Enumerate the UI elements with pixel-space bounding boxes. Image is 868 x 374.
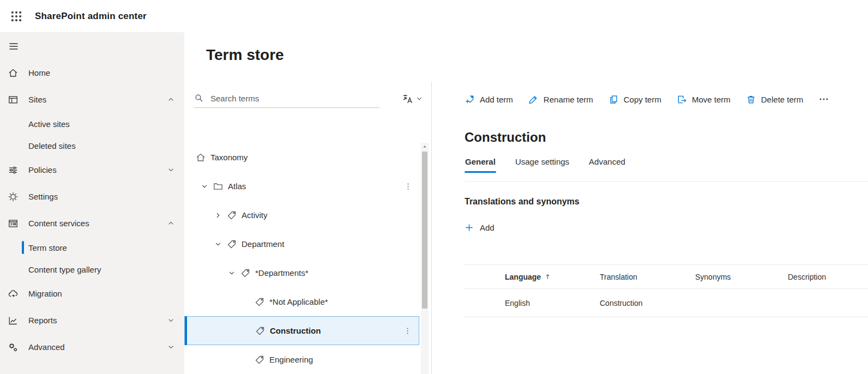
tree-item-not-applicable[interactable]: *Not Applicable* bbox=[184, 287, 419, 316]
search-row bbox=[194, 88, 423, 109]
scrollbar-thumb[interactable] bbox=[422, 152, 427, 309]
sidebar-item-home[interactable]: Home bbox=[0, 59, 184, 86]
sidebar-item-content-type-gallery[interactable]: Content type gallery bbox=[0, 258, 184, 280]
sidebar-item-label: Sites bbox=[28, 95, 46, 104]
sidebar-item-content-services[interactable]: Content services bbox=[0, 210, 184, 237]
sidebar-item-label: Active sites bbox=[28, 119, 70, 129]
more-commands-button[interactable] bbox=[818, 94, 829, 105]
copy-term-button[interactable]: Copy term bbox=[608, 94, 661, 105]
sidebar-item-reports[interactable]: Reports bbox=[0, 307, 184, 334]
chevron-down-icon[interactable] bbox=[214, 240, 226, 249]
app-title: SharePoint admin center bbox=[35, 11, 147, 22]
chevron-down-icon[interactable] bbox=[167, 166, 174, 173]
sidebar-item-term-store[interactable]: Term store bbox=[0, 237, 184, 258]
delete-term-button[interactable]: Delete term bbox=[746, 94, 804, 105]
chevron-down-icon[interactable] bbox=[167, 343, 174, 351]
sidebar-item-label: Deleted sites bbox=[28, 141, 76, 150]
tree-item-departments[interactable]: *Departments* bbox=[184, 258, 419, 287]
tree-item-engineering[interactable]: Engineering bbox=[184, 345, 419, 374]
page-title: Term store bbox=[184, 32, 868, 82]
tree-item-label: Activity bbox=[242, 210, 268, 220]
sidebar-item-active-sites[interactable]: Active sites bbox=[0, 113, 184, 135]
column-header-language[interactable]: Language bbox=[505, 273, 600, 281]
tab-general[interactable]: General bbox=[465, 154, 496, 173]
term-tree-pane: Taxonomy Atlas bbox=[184, 82, 432, 374]
main-content: Term store bbox=[184, 32, 868, 374]
chevron-up-icon[interactable] bbox=[167, 96, 174, 103]
column-header-description[interactable]: Description bbox=[788, 273, 868, 281]
move-icon bbox=[677, 94, 687, 105]
tree-item-label: Department bbox=[242, 239, 284, 249]
tree-item-activity[interactable]: Activity bbox=[184, 201, 419, 230]
column-header-synonyms[interactable]: Synonyms bbox=[695, 273, 788, 281]
tabs-divider bbox=[465, 181, 868, 182]
sidebar-item-migration[interactable]: Migration bbox=[0, 280, 184, 307]
tree-item-label: Atlas bbox=[228, 182, 246, 191]
chevron-down-icon[interactable] bbox=[201, 182, 213, 191]
language-selector-button[interactable] bbox=[402, 93, 423, 105]
home-icon bbox=[8, 68, 19, 79]
tree-item-department[interactable]: Department bbox=[184, 230, 419, 258]
tree-item-label: Taxonomy bbox=[210, 153, 248, 162]
migration-cloud-icon bbox=[8, 288, 19, 299]
add-term-button[interactable]: Add term bbox=[465, 94, 513, 105]
delete-trash-icon bbox=[746, 94, 756, 105]
sidebar-item-settings[interactable]: Settings bbox=[0, 183, 184, 210]
tag-icon bbox=[226, 239, 237, 250]
settings-gear-icon bbox=[8, 191, 19, 202]
tree-item-construction[interactable]: Construction bbox=[184, 316, 419, 345]
sidebar-item-label: Reports bbox=[28, 316, 57, 325]
sidebar-item-label: Home bbox=[28, 68, 50, 77]
column-header-translation[interactable]: Translation bbox=[600, 273, 695, 281]
more-options-icon[interactable] bbox=[404, 182, 413, 191]
tree-item-label: *Departments* bbox=[255, 268, 309, 278]
add-term-icon bbox=[465, 94, 475, 105]
plus-icon bbox=[465, 223, 474, 232]
cell-translation: Construction bbox=[600, 299, 695, 307]
sidebar-item-sites[interactable]: Sites bbox=[0, 86, 184, 113]
chevron-down-icon bbox=[416, 95, 423, 102]
chevron-down-icon[interactable] bbox=[228, 269, 240, 278]
tree-item-label: Engineering bbox=[269, 355, 313, 364]
chevron-down-icon[interactable] bbox=[167, 317, 174, 324]
tree-item-taxonomy[interactable]: Taxonomy bbox=[184, 143, 419, 172]
hamburger-icon[interactable] bbox=[0, 32, 25, 59]
chevron-right-icon[interactable] bbox=[214, 211, 226, 220]
chevron-up-icon[interactable] bbox=[167, 220, 174, 227]
sidebar-item-label: Content services bbox=[28, 219, 89, 228]
rename-term-button[interactable]: Rename term bbox=[528, 94, 593, 105]
advanced-gears-icon bbox=[8, 342, 19, 353]
term-detail-pane: Add term Rename term Copy term bbox=[432, 82, 868, 374]
sidebar-item-deleted-sites[interactable]: Deleted sites bbox=[0, 135, 184, 156]
tag-icon bbox=[255, 325, 266, 336]
toolbar-button-label: Copy term bbox=[624, 95, 661, 104]
term-tree: Taxonomy Atlas bbox=[184, 143, 419, 374]
search-terms-input[interactable] bbox=[209, 93, 379, 104]
move-term-button[interactable]: Move term bbox=[677, 94, 731, 105]
tag-icon bbox=[226, 210, 237, 221]
sites-icon bbox=[8, 94, 19, 105]
term-tabs: General Usage settings Advanced bbox=[465, 154, 868, 173]
tab-advanced[interactable]: Advanced bbox=[588, 154, 626, 173]
tree-scrollbar[interactable] bbox=[421, 143, 429, 374]
column-header-label: Language bbox=[505, 273, 541, 281]
table-row[interactable]: English Construction bbox=[465, 289, 868, 317]
sidebar-item-label: Term store bbox=[28, 243, 67, 252]
waffle-icon[interactable] bbox=[7, 7, 26, 26]
search-icon bbox=[194, 93, 204, 103]
more-icon bbox=[818, 94, 829, 105]
toolbar-button-label: Delete term bbox=[761, 95, 804, 104]
tag-icon bbox=[240, 268, 251, 279]
more-options-icon[interactable] bbox=[403, 326, 412, 336]
toolbar-button-label: Add term bbox=[480, 95, 513, 104]
scroll-up-icon[interactable] bbox=[421, 143, 429, 150]
sidebar-item-policies[interactable]: Policies bbox=[0, 156, 184, 183]
search-box[interactable] bbox=[194, 90, 379, 108]
command-bar: Add term Rename term Copy term bbox=[465, 89, 855, 109]
sidebar-item-advanced[interactable]: Advanced bbox=[0, 334, 184, 360]
add-translation-button[interactable]: Add bbox=[465, 223, 495, 232]
tab-usage-settings[interactable]: Usage settings bbox=[515, 154, 570, 173]
tree-item-atlas[interactable]: Atlas bbox=[184, 172, 419, 201]
sidebar-item-label: Advanced bbox=[28, 342, 65, 352]
translations-table: Language Translation Synonyms Descriptio… bbox=[465, 264, 868, 317]
